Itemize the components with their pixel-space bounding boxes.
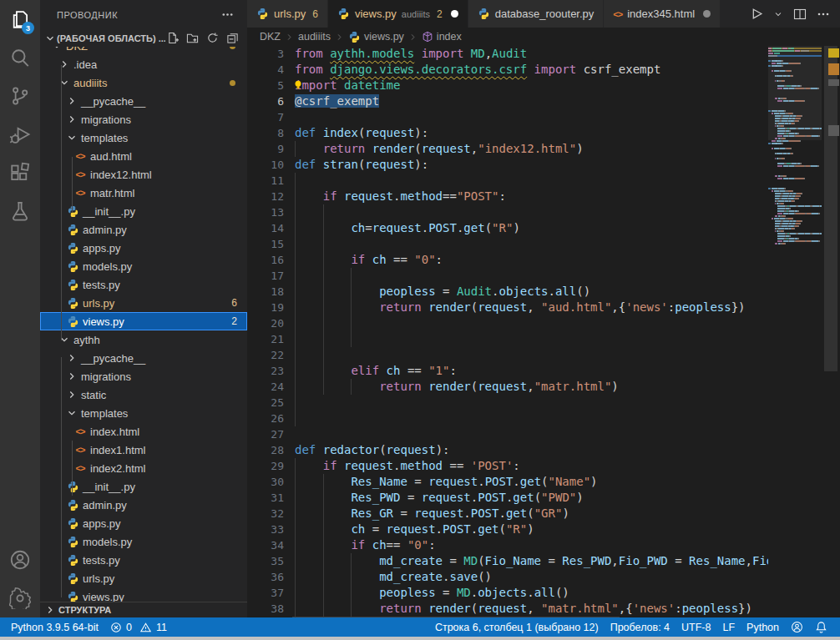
run-debug-icon[interactable] bbox=[0, 115, 40, 154]
tab-urls-py[interactable]: urls.py6 bbox=[247, 0, 328, 28]
code-line-14[interactable]: 14 ch=request.POST.get("R") bbox=[247, 220, 840, 236]
feedback-icon[interactable] bbox=[785, 621, 809, 633]
tree-item-aythh[interactable]: aythh bbox=[40, 330, 247, 349]
extensions-icon[interactable] bbox=[0, 154, 40, 192]
new-file-icon[interactable] bbox=[166, 32, 179, 44]
minimap[interactable] bbox=[768, 46, 822, 617]
more-actions-icon[interactable] bbox=[221, 8, 234, 21]
search-icon[interactable] bbox=[0, 38, 40, 77]
code-line-18[interactable]: 18 peopless = Audit.objects.all() bbox=[247, 284, 840, 300]
code-line-16[interactable]: 16 if ch == "0": bbox=[247, 252, 840, 268]
breadcrumb-item-index[interactable]: index bbox=[422, 31, 462, 43]
code-line-33[interactable]: 33 ch = request.POST.get("R") bbox=[247, 522, 840, 537]
indentation[interactable]: Пробелов: 4 bbox=[605, 622, 676, 633]
code-line-34[interactable]: 34 if ch== "0": bbox=[247, 537, 840, 553]
code-line-4[interactable]: 4from django.views.decorators.csrf impor… bbox=[247, 62, 840, 78]
notifications-bell-icon[interactable] bbox=[809, 621, 833, 633]
code-line-12[interactable]: 12 if request.method=="POST": bbox=[247, 189, 840, 204]
code-line-6[interactable]: 6@csrf_exempt bbox=[247, 93, 840, 109]
tab-index345-html[interactable]: <>index345.html bbox=[604, 0, 721, 28]
account-icon[interactable] bbox=[0, 541, 40, 579]
cursor-position[interactable]: Строка 6, столбец 1 (выбрано 12) bbox=[429, 622, 605, 633]
breadcrumb-item-dkz[interactable]: DKZ bbox=[260, 31, 281, 43]
tree-item-urls-py[interactable]: urls.py bbox=[40, 569, 247, 587]
breadcrumb-item-views-py[interactable]: views.py bbox=[348, 31, 404, 43]
tree-item-apps-py[interactable]: apps.py bbox=[40, 514, 247, 532]
tree-item--pycache-[interactable]: __pycache__ bbox=[40, 349, 247, 367]
problems-indicator[interactable]: 0 11 bbox=[104, 622, 173, 633]
testing-icon[interactable] bbox=[0, 192, 40, 230]
code-line-22[interactable]: 22 bbox=[247, 347, 840, 363]
encoding[interactable]: UTF-8 bbox=[676, 622, 716, 633]
split-editor-icon[interactable] bbox=[793, 8, 807, 21]
run-dropdown-icon[interactable] bbox=[773, 9, 783, 19]
code-line-30[interactable]: 30 Res_Name = request.POST.get("Name") bbox=[247, 474, 840, 490]
code-line-19[interactable]: 19 return render(request, "aud.html",{'n… bbox=[247, 300, 840, 315]
tree-item-admin-py[interactable]: admin.py bbox=[40, 220, 247, 239]
code-line-10[interactable]: 10def stran(request): bbox=[247, 157, 840, 173]
source-control-icon[interactable] bbox=[0, 77, 40, 115]
code-line-36[interactable]: 36 md_create.save() bbox=[247, 569, 840, 585]
tree-item-templates[interactable]: templates bbox=[40, 404, 247, 422]
code-line-23[interactable]: 23 elif ch == "1": bbox=[247, 363, 840, 379]
code-line-29[interactable]: 29 if request.method == 'POST': bbox=[247, 458, 840, 474]
tree-item-migrations[interactable]: migrations bbox=[40, 110, 247, 129]
tree-item-urls-py[interactable]: urls.py6 bbox=[40, 294, 247, 312]
code-line-37[interactable]: 37 peopless = MD.objects.all() bbox=[247, 585, 840, 601]
tree-item-views-py[interactable]: views.py bbox=[40, 587, 247, 602]
tree-item-models-py[interactable]: models.py bbox=[40, 532, 247, 551]
tree-item-dkz[interactable]: DKZ bbox=[40, 47, 247, 55]
code-line-9[interactable]: 9 return render(request,"index12.html") bbox=[247, 141, 840, 157]
tree-item-models-py[interactable]: models.py bbox=[40, 257, 247, 275]
code-line-35[interactable]: 35 md_create = MD(Fio_Name = Res_PWD,Fio… bbox=[247, 553, 840, 569]
code-line-21[interactable]: 21 bbox=[247, 331, 840, 347]
workspace-section-header[interactable]: (РАБОЧАЯ ОБЛАСТЬ) ... bbox=[40, 29, 247, 47]
tree-item-static[interactable]: static bbox=[40, 386, 247, 404]
code-line-11[interactable]: 11 bbox=[247, 173, 840, 189]
settings-icon[interactable] bbox=[0, 579, 40, 617]
tab-views-py[interactable]: views.pyaudiiits2 bbox=[328, 0, 468, 28]
code-line-24[interactable]: 24 return render(request,"matr.html") bbox=[247, 379, 840, 395]
outline-section-header[interactable]: СТРУКТУРА bbox=[40, 602, 247, 617]
tree-item-apps-py[interactable]: apps.py bbox=[40, 239, 247, 257]
tree-item-migrations[interactable]: migrations bbox=[40, 367, 247, 386]
code-line-28[interactable]: 28def redactor(request): bbox=[247, 442, 840, 458]
code-area[interactable]: 3from aythh.models import MD,Audit4from … bbox=[247, 46, 840, 617]
dirty-indicator[interactable] bbox=[451, 10, 458, 18]
code-line-31[interactable]: 31 Res_PWD = request.POST.get("PWD") bbox=[247, 490, 840, 506]
code-line-25[interactable]: 25 bbox=[247, 395, 840, 411]
scrollbar-overview-ruler[interactable] bbox=[822, 46, 840, 617]
tree-item--pycache-[interactable]: __pycache__ bbox=[40, 92, 247, 110]
tree-item-admin-py[interactable]: admin.py bbox=[40, 496, 247, 514]
tree-item-templates[interactable]: templates bbox=[40, 129, 247, 147]
code-line-15[interactable]: 15 bbox=[247, 236, 840, 252]
collapse-all-icon[interactable] bbox=[226, 32, 239, 44]
code-line-8[interactable]: 8def index(request): bbox=[247, 125, 840, 141]
code-line-13[interactable]: 13 bbox=[247, 204, 840, 220]
tree-item-index-html[interactable]: <>index.html bbox=[40, 422, 247, 441]
more-actions-icon[interactable] bbox=[817, 8, 830, 21]
language-mode[interactable]: Python bbox=[741, 622, 785, 633]
code-line-20[interactable]: 20 bbox=[247, 315, 840, 331]
refresh-icon[interactable] bbox=[206, 32, 219, 44]
code-line-17[interactable]: 17 bbox=[247, 268, 840, 284]
tree-item--idea[interactable]: .idea bbox=[40, 55, 247, 73]
code-line-3[interactable]: 3from aythh.models import MD,Audit bbox=[247, 46, 840, 62]
dirty-indicator[interactable] bbox=[703, 10, 711, 18]
eol[interactable]: LF bbox=[716, 622, 741, 633]
code-line-27[interactable]: 27 bbox=[247, 426, 840, 442]
code-line-38[interactable]: 38 return render(request, "matr.html",{'… bbox=[247, 601, 840, 617]
breadcrumb-item-audiiits[interactable]: audiiits bbox=[298, 31, 331, 43]
code-line-26[interactable]: 26 bbox=[247, 411, 840, 426]
tab-database-roouter-py[interactable]: database_roouter.py bbox=[468, 0, 605, 28]
code-line-32[interactable]: 32 Res_GR = request.POST.get("GR") bbox=[247, 506, 840, 522]
code-line-5[interactable]: 5import datetime bbox=[247, 78, 840, 93]
tree-item-audiiits[interactable]: audiiits bbox=[40, 73, 247, 92]
new-folder-icon[interactable] bbox=[186, 32, 199, 44]
tree-item-views-py[interactable]: views.py2 bbox=[40, 312, 247, 330]
run-button[interactable] bbox=[749, 7, 763, 21]
scrollbar-thumb[interactable] bbox=[824, 46, 837, 371]
python-interpreter[interactable]: Python 3.9.5 64-bit bbox=[5, 622, 104, 633]
code-line-7[interactable]: 7 bbox=[247, 109, 840, 125]
lightbulb-icon[interactable] bbox=[292, 79, 304, 91]
